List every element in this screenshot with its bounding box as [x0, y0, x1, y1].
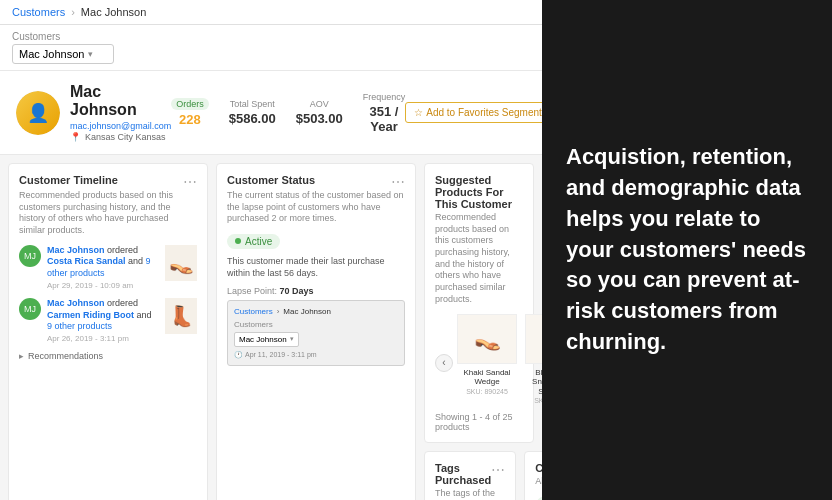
- product-image: 👠: [525, 314, 542, 364]
- tags-menu-button[interactable]: ⋯: [491, 462, 505, 478]
- customer-dropdown[interactable]: Mac Johnson ▾: [12, 44, 114, 64]
- status-title: Customer Status: [227, 174, 315, 186]
- aov-value: $503.00: [296, 111, 343, 126]
- aov-label: AOV: [296, 99, 343, 109]
- freq-stat: Frequency 351 / Year: [363, 92, 406, 134]
- dropdown-arrow: ▾: [88, 49, 93, 59]
- timeline-avatar: MJ: [19, 245, 41, 267]
- lapse-point: Lapse Point: 70 Days: [227, 286, 405, 296]
- recommendations-label: Recommendations: [28, 351, 103, 361]
- breadcrumb: Customers › Mac Johnson: [0, 0, 542, 25]
- orders-value: 228: [171, 112, 209, 127]
- nested-nav: Customers › Mac Johnson: [234, 307, 398, 316]
- customer-email: mac.johnson@gmail.com: [70, 121, 171, 131]
- product-sku: SKU: 890245: [457, 388, 517, 395]
- timeline-text: Mac Johnson ordered Costa Rica Sandal an…: [47, 245, 159, 280]
- segments-card: Customer Segments All the segments this …: [524, 451, 542, 500]
- status-card: Customer Status ⋯ The current status of …: [216, 163, 416, 500]
- dropdown-bar: Customers Mac Johnson ▾: [0, 25, 542, 71]
- product-sku: SKU: 890285: [525, 397, 542, 404]
- product-name: Black Faux Snake Pump Size 10.5: [525, 368, 542, 397]
- timeline-content: Mac Johnson ordered Costa Rica Sandal an…: [47, 245, 159, 290]
- orders-stat: Orders 228: [171, 98, 209, 127]
- timeline-product-image-2: 👢: [165, 298, 197, 334]
- dropdown-label: Customers: [12, 31, 530, 42]
- segment-item: 👤 VIP Customers Ranking customers for th…: [535, 496, 542, 500]
- segments-subtitle: All the segments this customer belongs t…: [535, 476, 542, 488]
- spent-label: Total Spent: [229, 99, 276, 109]
- tags-subtitle: The tags of the products that this custo…: [435, 488, 505, 500]
- status-subtitle: The current status of the customer based…: [227, 190, 405, 225]
- product-name: Khaki Sandal Wedge: [457, 368, 517, 387]
- breadcrumb-current: Mac Johnson: [81, 6, 146, 18]
- nested-dropdown[interactable]: Mac Johnson ▾: [234, 332, 299, 347]
- timeline-card: Customer Timeline ⋯ Recommended products…: [8, 163, 208, 500]
- freq-label: Frequency: [363, 92, 406, 102]
- status-description: This customer made their last purchase w…: [227, 255, 405, 280]
- aov-stat: AOV $503.00: [296, 99, 343, 126]
- recommendations-link[interactable]: ▸ Recommendations: [19, 351, 197, 361]
- timeline-title: Customer Timeline: [19, 174, 118, 186]
- timeline-subtitle: Recommended products based on this custo…: [19, 190, 197, 237]
- customer-location: 📍: [70, 132, 81, 142]
- active-dot: [235, 238, 241, 244]
- customer-location-text: Kansas City Kansas: [85, 132, 166, 142]
- breadcrumb-parent[interactable]: Customers: [12, 6, 65, 18]
- timeline-date: Apr 29, 2019 - 10:09 am: [47, 281, 159, 290]
- nested-browser: Customers › Mac Johnson Customers Mac Jo…: [227, 300, 405, 366]
- products-row: 👡 Khaki Sandal Wedge SKU: 890245 👠 Black…: [457, 314, 542, 405]
- product-card: 👠 Black Faux Snake Pump Size 10.5 SKU: 8…: [525, 314, 542, 405]
- status-menu-button[interactable]: ⋯: [391, 174, 405, 190]
- timeline-avatar-2: MJ: [19, 298, 41, 320]
- showing-text: Showing 1 - 4 of 25 products: [435, 412, 523, 432]
- spent-value: $586.00: [229, 111, 276, 126]
- segment-icon: 👤: [535, 496, 542, 500]
- recommendations-icon: ▸: [19, 351, 24, 361]
- customer-header: 👤 Mac Johnson mac.johnson@gmail.com 📍 Ka…: [0, 71, 542, 155]
- info-panel: Acquistion, retention, and demographic d…: [542, 0, 832, 500]
- status-badge: Active: [227, 234, 280, 249]
- timeline-item: MJ Mac Johnson ordered Carmen Riding Boo…: [19, 298, 197, 343]
- nested-dropdown-label: Customers: [234, 320, 398, 329]
- avatar: 👤: [16, 91, 60, 135]
- timeline-text-2: Mac Johnson ordered Carmen Riding Boot a…: [47, 298, 159, 333]
- add-favorites-button[interactable]: ☆ Add to Favorites Segment: [405, 102, 542, 123]
- product-image: 👡: [457, 314, 517, 364]
- customer-info: Mac Johnson mac.johnson@gmail.com 📍 Kans…: [70, 83, 171, 142]
- customer-name: Mac Johnson: [70, 83, 171, 119]
- timeline-menu-button[interactable]: ⋯: [183, 174, 197, 190]
- segments-title: Customer Segments: [535, 462, 542, 474]
- spent-stat: Total Spent $586.00: [229, 99, 276, 126]
- bottom-row: Tags Purchased ⋯ The tags of the product…: [424, 451, 534, 500]
- orders-badge: Orders: [171, 98, 209, 110]
- product-card: 👡 Khaki Sandal Wedge SKU: 890245: [457, 314, 517, 395]
- suggestions-card: Suggested Products For This Customer Rec…: [424, 163, 534, 443]
- main-content: Customer Timeline ⋯ Recommended products…: [0, 155, 542, 500]
- timeline-item: MJ Mac Johnson ordered Costa Rica Sandal…: [19, 245, 197, 290]
- timeline-date-2: Apr 26, 2019 - 3:11 pm: [47, 334, 159, 343]
- freq-value: 351 / Year: [363, 104, 406, 134]
- timeline-product-image: 👡: [165, 245, 197, 281]
- tags-title: Tags Purchased: [435, 462, 491, 486]
- timeline-content-2: Mac Johnson ordered Carmen Riding Boot a…: [47, 298, 159, 343]
- nested-date: 🕐 Apr 11, 2019 - 3:11 pm: [234, 351, 398, 359]
- customer-meta: mac.johnson@gmail.com 📍 Kansas City Kans…: [70, 121, 171, 142]
- info-text: Acquistion, retention, and demographic d…: [566, 142, 808, 358]
- tags-card: Tags Purchased ⋯ The tags of the product…: [424, 451, 516, 500]
- prev-arrow[interactable]: ‹: [435, 354, 453, 372]
- star-icon: ☆: [414, 107, 423, 118]
- suggestions-subtitle: Recommended products based on this custo…: [435, 212, 523, 306]
- breadcrumb-separator: ›: [71, 6, 75, 18]
- lapse-value: 70 Days: [280, 286, 314, 296]
- stats-row: Orders 228 Total Spent $586.00 AOV $503.…: [171, 92, 405, 134]
- suggestions-title: Suggested Products For This Customer: [435, 174, 523, 210]
